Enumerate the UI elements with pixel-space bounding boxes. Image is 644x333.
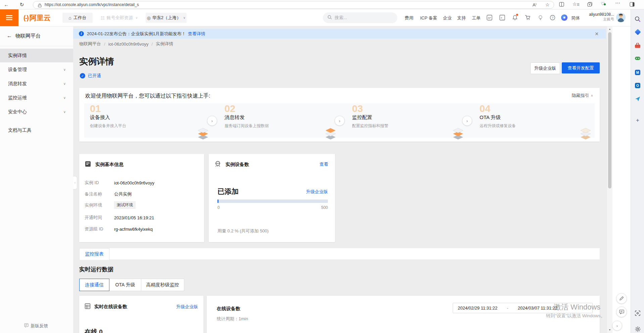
browser-refresh-icon[interactable]: ↻ [17,0,26,9]
date-end[interactable]: 2024/03/07 11:31:22 [518,306,557,311]
info-row: 实例 IDiot-06z00c0h9r6voyy [85,180,154,186]
region-selector[interactable]: ◎ 华东2（上海） ∨ [146,13,187,23]
date-start[interactable]: 2024/02/29 11:31:22 [458,306,497,311]
language-selector[interactable]: 简体 [571,15,580,21]
guide-step-ota-upgrade[interactable]: 04 OTA 升级 远程升级或修复设备 [467,103,594,138]
sidebar-toggle-icon[interactable] [630,2,635,8]
banner-detail-link[interactable]: 查看详情 [188,31,205,37]
tab-monitor-report[interactable]: 监控报表 [79,248,109,260]
guide-arrow-icon[interactable]: › [207,116,217,126]
sidebar-header[interactable]: ← 物联网平台 [7,32,41,40]
sidebar-item-message-forwarding[interactable]: 消息转发∨ [0,77,73,91]
account-resources-dropdown[interactable]: ☷ 账号全部资源 ∨ [101,13,138,23]
back-arrow-icon[interactable]: ← [7,33,12,39]
breadcrumb-item[interactable]: iot-06z00c0h9r6voyy [108,42,149,47]
help-icon[interactable]: ? [550,15,555,22]
sidebar-games-icon[interactable] [634,54,642,62]
guide-step-device-access[interactable]: 01 设备接入 创建设备并接入平台 [84,103,212,138]
notification-dot [516,14,518,16]
sidebar-m365-icon[interactable]: M [634,68,642,76]
url-bar[interactable]: https://iot.console.aliyun.com/lk/vpc/in… [33,1,554,9]
close-icon[interactable]: ✕ [595,31,599,37]
sidebar-item-security-center[interactable]: 安全中心∨ [0,105,73,119]
nav-menu-tickets[interactable]: 工单 [472,15,481,21]
cart-icon[interactable] [525,15,531,22]
aliyun-logo[interactable]: (-) 阿里云 [23,13,51,22]
favorite-star-icon[interactable]: ☆ [545,2,550,7]
nav-menu-icp[interactable]: ICP 备案 [420,15,437,21]
feedback-chat-button[interactable] [616,307,627,317]
sidebar-item-monitoring-ops[interactable]: 监控运维∨ [0,91,73,105]
browser-menu-icon[interactable]: ⋯ [615,0,620,6]
hide-guide-label: 隐藏指引 [572,93,589,99]
feedback-button[interactable]: 新版反馈 [24,323,48,329]
hamburger-menu[interactable] [0,9,18,26]
row-value: 公共实例 [114,191,132,197]
sidebar-toolbox-icon[interactable] [634,42,642,50]
browser-essentials-icon[interactable]: ♡ [601,1,605,6]
sidebar-shopping-icon[interactable] [634,28,642,36]
subtab-ota[interactable]: OTA 升级 [109,279,141,291]
sidebar-title: 物联网平台 [15,33,41,39]
upgrade-enterprise-link[interactable]: 升级企业版 [306,189,328,195]
nav-menu-support[interactable]: 支持 [457,15,466,21]
view-link[interactable]: 查看 [319,161,328,167]
nav-search-box[interactable]: 搜索... [323,12,397,23]
sidebar-settings-icon[interactable] [634,325,642,333]
browser-back-icon[interactable]: ← [2,0,11,9]
read-aloud-icon[interactable]: A) [533,2,536,7]
upgrade-enterprise-link[interactable]: 升级企业版 [176,304,198,310]
sidebar-outlook-icon[interactable]: O [634,81,642,90]
guide-arrow-icon[interactable]: › [462,116,472,126]
collapse-sidebar-handle[interactable]: ‹ [73,176,77,189]
row-value: rg-acfmw6fk4yixekq [114,227,153,232]
cubes-illustration [579,128,593,142]
scroll-down-arrow[interactable]: ▼ [607,328,612,332]
range-max: 500 [321,205,328,210]
terminal-icon[interactable]: >_ [499,15,505,22]
sidebar-item-docs-tools[interactable]: 文档与工具 [0,123,73,137]
favorites-list-icon[interactable]: ☆☰ [573,1,580,7]
cubes-illustration [451,128,465,142]
user-info[interactable]: aliyun98108... 主账号 [585,12,614,22]
survey-pencil-button[interactable] [616,293,627,304]
date-range-picker[interactable]: 2024/02/29 11:31:22 - 2024/03/07 11:31:2… [453,303,593,313]
upgrade-enterprise-button[interactable]: 升级企业版 [530,62,560,74]
guide-step-message-forwarding[interactable]: 02 消息转发 服务端订阅设备上报数据 [212,103,339,138]
nav-menu-fees[interactable]: 费用 [405,15,413,21]
guide-step-monitor-config[interactable]: 03 监控配置 配置监控指标和报警 [339,103,467,138]
sidebar-item-instance-detail[interactable]: 实例详情 [0,49,73,62]
url-text[interactable]: https://iot.console.aliyun.com/lk/vpc/in… [45,2,139,7]
sidebar-add-icon[interactable]: + [634,116,642,124]
sidebar-item-device-management[interactable]: 设备管理∨ [0,63,73,76]
breadcrumb-item[interactable]: 物联网平台 [79,41,101,47]
subtab-connection[interactable]: 连接通信 [79,279,109,291]
feedback-icon [24,323,29,329]
sidebar-capture-icon[interactable] [634,309,642,317]
chevron-down-icon: ∨ [63,96,66,100]
collections-icon[interactable] [587,2,592,8]
account-type: 主账号 [585,17,614,22]
scroll-up-arrow[interactable]: ▲ [607,27,612,32]
split-screen-icon[interactable] [559,2,564,8]
environment-tag: 测试环境 [114,201,136,209]
nav-menu-enterprise[interactable]: 企业 [443,15,452,21]
sidebar-search-icon[interactable] [634,15,642,23]
workbench-button[interactable]: ⌂ 工作台 [62,13,93,23]
avatar[interactable] [616,13,626,22]
sidebar-drop-icon[interactable] [634,95,642,103]
expand-panel-button[interactable]: › [612,321,622,331]
notification-bell-icon[interactable] [512,15,518,22]
subtab-high-precision[interactable]: 高精度秒级监控 [141,279,184,291]
status-badge: ✓ 已开通 [80,73,101,79]
hide-guide-toggle[interactable]: 隐藏指引 ∧ [572,93,593,99]
asterisk-badge-icon[interactable]: ✱ [561,14,567,21]
api-icon[interactable]: AP [487,15,492,22]
guide-arrow-icon[interactable]: › [335,116,345,126]
scrollbar-thumb[interactable] [608,32,611,188]
view-dev-config-button[interactable]: 查看开发配置 [562,62,600,73]
sidebar-item-label: 文档与工具 [8,127,32,133]
sidebar-item-label: 消息转发 [8,81,27,87]
lightbulb-icon[interactable] [538,15,543,22]
date-separator: - [507,306,508,311]
